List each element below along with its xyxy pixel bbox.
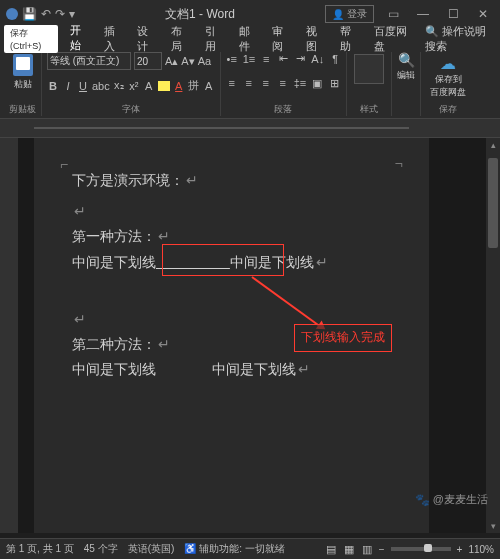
ribbon-tabs: 保存 (Ctrl+S) 开始 插入 设计 布局 引用 邮件 审阅 视图 帮助 百…	[0, 28, 500, 50]
language-status[interactable]: 英语(英国)	[128, 542, 175, 556]
save-icon[interactable]: 💾	[22, 7, 37, 21]
styles-group-label: 样式	[352, 101, 386, 116]
show-marks-icon[interactable]: ¶	[329, 53, 341, 65]
tab-home[interactable]: 开始	[62, 23, 96, 55]
tab-references[interactable]: 引用	[197, 24, 231, 54]
shading-icon[interactable]: ▣	[311, 77, 323, 90]
increase-indent-icon[interactable]: ⇥	[294, 52, 306, 65]
align-left-icon[interactable]: ≡	[226, 77, 238, 89]
text-effects-icon[interactable]: A	[143, 80, 155, 92]
crop-mark-icon: ⌐	[60, 152, 68, 177]
doc-empty-line[interactable]: ↵	[72, 199, 391, 224]
font-name-select[interactable]	[47, 52, 131, 70]
bullets-icon[interactable]: •≡	[226, 53, 238, 65]
paste-button[interactable]: 粘贴	[9, 52, 36, 91]
align-center-icon[interactable]: ≡	[243, 77, 255, 89]
tab-help[interactable]: 帮助	[332, 24, 366, 54]
borders-icon[interactable]: ⊞	[328, 77, 340, 90]
user-icon: 👤	[332, 9, 344, 20]
file-tab[interactable]: 保存 (Ctrl+S)	[4, 25, 58, 53]
find-icon: 🔍	[398, 52, 415, 68]
doc-method1-line[interactable]: 中间是下划线 中间是下划线↵	[72, 250, 391, 275]
page-info[interactable]: 第 1 页, 共 1 页	[6, 542, 74, 556]
ribbon-options-icon[interactable]: ▭	[382, 7, 404, 21]
align-justify-icon[interactable]: ≡	[277, 77, 289, 89]
tab-insert[interactable]: 插入	[96, 24, 130, 54]
cloud-icon: ☁	[440, 54, 456, 73]
word-count[interactable]: 45 个字	[84, 542, 118, 556]
tab-view[interactable]: 视图	[298, 24, 332, 54]
bold-icon[interactable]: B	[47, 80, 59, 92]
tab-review[interactable]: 审阅	[264, 24, 298, 54]
zoom-slider[interactable]	[391, 547, 451, 551]
doc-line-intro[interactable]: 下方是演示环境：↵	[72, 168, 391, 193]
baidu-save-button[interactable]: ☁ 保存到 百度网盘	[426, 52, 470, 101]
decrease-indent-icon[interactable]: ⇤	[277, 52, 289, 65]
undo-icon[interactable]: ↶	[41, 7, 51, 21]
change-case-icon[interactable]: Aa	[198, 55, 211, 67]
horizontal-ruler[interactable]	[0, 119, 500, 138]
scroll-thumb[interactable]	[488, 158, 498, 248]
ribbon: 粘贴 剪贴板 A▴ A▾ Aa B I U abc x₂ x² A A 拼 A …	[0, 50, 500, 119]
scroll-up-icon[interactable]: ▴	[486, 140, 500, 150]
minimize-button[interactable]: —	[412, 7, 434, 21]
redo-icon[interactable]: ↷	[55, 7, 65, 21]
grow-font-icon[interactable]: A▴	[165, 55, 178, 68]
login-button[interactable]: 👤登录	[325, 5, 374, 23]
page[interactable]: ⌐ ¬ 下方是演示环境：↵ ↵ 第一种方法：↵ 中间是下划线 中间是下划线↵ ↵…	[34, 138, 429, 533]
sort-icon[interactable]: A↓	[311, 53, 324, 65]
zoom-out-icon[interactable]: −	[379, 544, 385, 555]
scroll-down-icon[interactable]: ▾	[486, 521, 500, 531]
paragraph-group: •≡ 1≡ ≡ ⇤ ⇥ A↓ ¶ ≡ ≡ ≡ ≡ ‡≡ ▣ ⊞ 段落	[221, 52, 347, 116]
underline-icon[interactable]: U	[77, 80, 89, 92]
view-print-icon[interactable]: ▦	[343, 543, 355, 556]
underline-span	[156, 254, 230, 270]
font-color-icon[interactable]: A	[173, 80, 185, 92]
baidu-group-label: 保存	[426, 101, 470, 116]
edit-button[interactable]: 🔍 编辑	[397, 52, 415, 82]
paste-icon	[13, 54, 33, 76]
vertical-ruler[interactable]	[0, 138, 18, 533]
char-border-icon[interactable]: A	[203, 80, 215, 92]
clipboard-group-label: 剪贴板	[9, 101, 36, 116]
pilcrow-icon: ↵	[74, 311, 86, 327]
close-button[interactable]: ✕	[472, 7, 494, 21]
pilcrow-icon: ↵	[74, 203, 86, 219]
numbering-icon[interactable]: 1≡	[243, 53, 256, 65]
superscript-icon[interactable]: x²	[128, 80, 140, 92]
zoom-in-icon[interactable]: +	[457, 544, 463, 555]
view-web-icon[interactable]: ▥	[361, 543, 373, 556]
multilevel-icon[interactable]: ≡	[260, 53, 272, 65]
italic-icon[interactable]: I	[62, 80, 74, 92]
tab-design[interactable]: 设计	[129, 24, 163, 54]
zoom-level[interactable]: 110%	[468, 544, 494, 555]
status-bar: 第 1 页, 共 1 页 45 个字 英语(英国) ♿ 辅助功能: 一切就绪 ▤…	[0, 538, 500, 559]
document-title: 文档1 - Word	[75, 6, 325, 23]
accessibility-status[interactable]: ♿ 辅助功能: 一切就绪	[184, 542, 284, 556]
align-right-icon[interactable]: ≡	[260, 77, 272, 89]
doc-method2-line[interactable]: 中间是下划线中间是下划线↵	[72, 357, 391, 382]
crop-mark-icon: ¬	[395, 152, 403, 177]
strike-icon[interactable]: abc	[92, 80, 110, 92]
font-size-select[interactable]	[134, 52, 162, 70]
shrink-font-icon[interactable]: A▾	[181, 55, 194, 68]
paragraph-group-label: 段落	[226, 101, 341, 116]
style-normal[interactable]	[354, 54, 384, 84]
maximize-button[interactable]: ☐	[442, 7, 464, 21]
baidu-group: ☁ 保存到 百度网盘 保存	[421, 52, 475, 116]
view-read-icon[interactable]: ▤	[325, 543, 337, 556]
tab-mailings[interactable]: 邮件	[231, 24, 265, 54]
line-spacing-icon[interactable]: ‡≡	[294, 77, 307, 89]
highlight-icon[interactable]	[158, 81, 170, 91]
tab-layout[interactable]: 布局	[163, 24, 197, 54]
subscript-icon[interactable]: x₂	[113, 79, 125, 92]
doc-method1-title[interactable]: 第一种方法：↵	[72, 224, 391, 249]
phonetic-icon[interactable]: 拼	[188, 78, 200, 93]
clipboard-group: 粘贴 剪贴板	[4, 52, 42, 116]
watermark: 🐾@麦麦生活	[415, 492, 488, 507]
tell-me[interactable]: 🔍 操作说明搜索	[417, 24, 500, 54]
tab-baidu[interactable]: 百度网盘	[366, 24, 418, 54]
annotation-label: 下划线输入完成	[294, 324, 392, 352]
autosave-icon[interactable]	[6, 8, 18, 20]
vertical-scrollbar[interactable]: ▴ ▾	[486, 138, 500, 533]
